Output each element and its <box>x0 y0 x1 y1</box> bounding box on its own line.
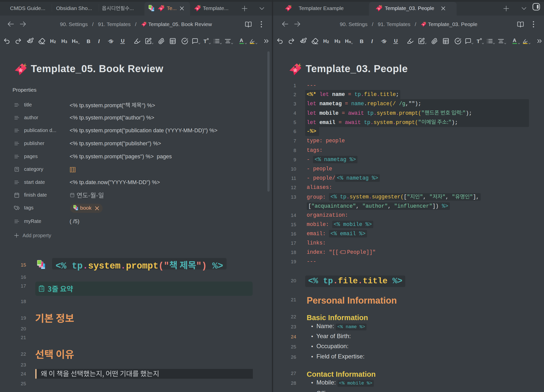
svg-text:I: I <box>371 38 373 44</box>
svg-text:T: T <box>204 38 207 44</box>
svg-text:H: H <box>50 38 54 44</box>
svg-text:A: A <box>513 38 516 43</box>
svg-text:n: n <box>76 40 78 44</box>
svg-text:n: n <box>349 40 351 44</box>
svg-text:H: H <box>61 38 65 44</box>
svg-text:2: 2 <box>54 40 56 44</box>
svg-text:U: U <box>121 38 124 44</box>
svg-text:H: H <box>345 38 348 44</box>
svg-text:T: T <box>477 38 480 44</box>
svg-text:H: H <box>334 38 338 44</box>
svg-text:3: 3 <box>338 40 340 44</box>
svg-text:B: B <box>360 38 364 44</box>
svg-text:H: H <box>72 38 75 44</box>
svg-text:2: 2 <box>327 40 329 44</box>
svg-text:A: A <box>240 38 243 43</box>
svg-text:H: H <box>323 38 327 44</box>
svg-text:I: I <box>98 38 100 44</box>
svg-text:3: 3 <box>65 40 67 44</box>
svg-text:U: U <box>394 38 398 44</box>
svg-text:B: B <box>87 38 90 44</box>
